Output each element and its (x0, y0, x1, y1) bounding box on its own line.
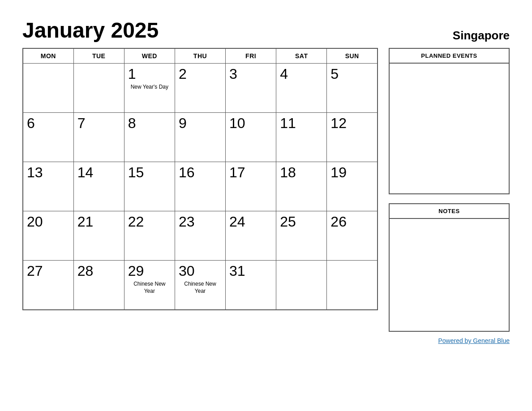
calendar-cell-w2-d1: 14 (73, 162, 124, 211)
calendar-cell-w1-d4: 10 (226, 113, 276, 162)
day-number: 17 (229, 165, 272, 180)
planned-events-header: PLANNED EVENTS (390, 49, 509, 64)
calendar-cell-w1-d0: 6 (23, 113, 73, 162)
calendar-cell-w4-d5 (276, 261, 327, 310)
day-event: Chinese New Year (128, 281, 171, 295)
calendar-cell-w1-d3: 9 (175, 113, 225, 162)
calendar-cell-w2-d2: 15 (124, 162, 175, 211)
day-number: 21 (77, 214, 120, 230)
day-number: 12 (330, 116, 373, 131)
planned-events-box: PLANNED EVENTS (389, 48, 510, 194)
calendar-cell-w4-d2: 29Chinese New Year (124, 261, 175, 310)
calendar-table: MONTUEWEDTHUFRISATSUN 1New Year's Day234… (22, 48, 378, 310)
dow-header-tue: TUE (73, 48, 124, 64)
day-number: 20 (27, 214, 70, 230)
dow-header-sat: SAT (276, 48, 327, 64)
day-number: 24 (229, 214, 272, 230)
day-number: 23 (179, 214, 222, 230)
day-number: 19 (330, 165, 373, 180)
calendar-cell-w0-d0 (23, 64, 73, 113)
day-number: 1 (128, 66, 171, 82)
planned-events-content (390, 64, 509, 193)
notes-header: NOTES (390, 204, 509, 219)
dow-header-fri: FRI (226, 48, 276, 64)
calendar-cell-w4-d4: 31 (226, 261, 276, 310)
calendar-cell-w2-d0: 13 (23, 162, 73, 211)
dow-header-thu: THU (175, 48, 225, 64)
dow-header-sun: SUN (327, 48, 378, 64)
calendar-cell-w3-d0: 20 (23, 211, 73, 261)
calendar-cell-w3-d4: 24 (226, 211, 276, 261)
powered-by: Powered by General Blue (389, 337, 510, 344)
calendar-cell-w1-d1: 7 (73, 113, 124, 162)
day-number: 28 (77, 263, 120, 279)
calendar-cell-w0-d5: 4 (276, 64, 327, 113)
day-event: New Year's Day (128, 84, 171, 91)
day-number: 8 (128, 116, 171, 131)
day-number: 30 (179, 263, 222, 279)
month-title: January 2025 (22, 18, 159, 43)
calendar-cell-w0-d6: 5 (327, 64, 378, 113)
calendar-section: MONTUEWEDTHUFRISATSUN 1New Year's Day234… (22, 48, 378, 310)
calendar-cell-w3-d5: 25 (276, 211, 327, 261)
day-number: 9 (179, 116, 222, 131)
day-number: 16 (179, 165, 222, 180)
calendar-cell-w3-d6: 26 (327, 211, 378, 261)
calendar-cell-w4-d0: 27 (23, 261, 73, 310)
calendar-cell-w0-d4: 3 (226, 64, 276, 113)
country-title: Singapore (453, 29, 510, 43)
calendar-cell-w4-d3: 30Chinese New Year (175, 261, 225, 310)
calendar-cell-w3-d2: 22 (124, 211, 175, 261)
day-number: 10 (229, 116, 272, 131)
calendar-cell-w1-d2: 8 (124, 113, 175, 162)
calendar-cell-w0-d3: 2 (175, 64, 225, 113)
calendar-cell-w3-d1: 21 (73, 211, 124, 261)
day-number: 3 (229, 66, 272, 82)
day-number: 11 (280, 116, 323, 131)
calendar-cell-w0-d2: 1New Year's Day (124, 64, 175, 113)
powered-by-link[interactable]: Powered by General Blue (438, 337, 510, 344)
day-number: 15 (128, 165, 171, 180)
day-number: 22 (128, 214, 171, 230)
calendar-cell-w3-d3: 23 (175, 211, 225, 261)
calendar-cell-w0-d1 (73, 64, 124, 113)
day-number: 18 (280, 165, 323, 180)
calendar-cell-w4-d6 (327, 261, 378, 310)
notes-content (390, 219, 509, 331)
calendar-cell-w1-d5: 11 (276, 113, 327, 162)
sidebar: PLANNED EVENTS NOTES Powered by General … (389, 48, 510, 344)
day-number: 4 (280, 66, 323, 82)
calendar-cell-w2-d5: 18 (276, 162, 327, 211)
day-number: 25 (280, 214, 323, 230)
day-number: 5 (330, 66, 373, 82)
day-number: 2 (179, 66, 222, 82)
calendar-cell-w2-d4: 17 (226, 162, 276, 211)
day-event: Chinese New Year (179, 281, 222, 295)
day-number: 13 (27, 165, 70, 180)
day-number: 6 (27, 116, 70, 131)
calendar-cell-w2-d6: 19 (327, 162, 378, 211)
notes-box: NOTES (389, 203, 510, 332)
dow-header-wed: WED (124, 48, 175, 64)
main-layout: MONTUEWEDTHUFRISATSUN 1New Year's Day234… (22, 48, 510, 344)
dow-header-mon: MON (23, 48, 73, 64)
day-number: 31 (229, 263, 272, 279)
day-number: 7 (77, 116, 120, 131)
day-number: 29 (128, 263, 171, 279)
calendar-cell-w2-d3: 16 (175, 162, 225, 211)
calendar-cell-w4-d1: 28 (73, 261, 124, 310)
day-number: 26 (330, 214, 373, 230)
day-number: 14 (77, 165, 120, 180)
calendar-cell-w1-d6: 12 (327, 113, 378, 162)
day-number: 27 (27, 263, 70, 279)
